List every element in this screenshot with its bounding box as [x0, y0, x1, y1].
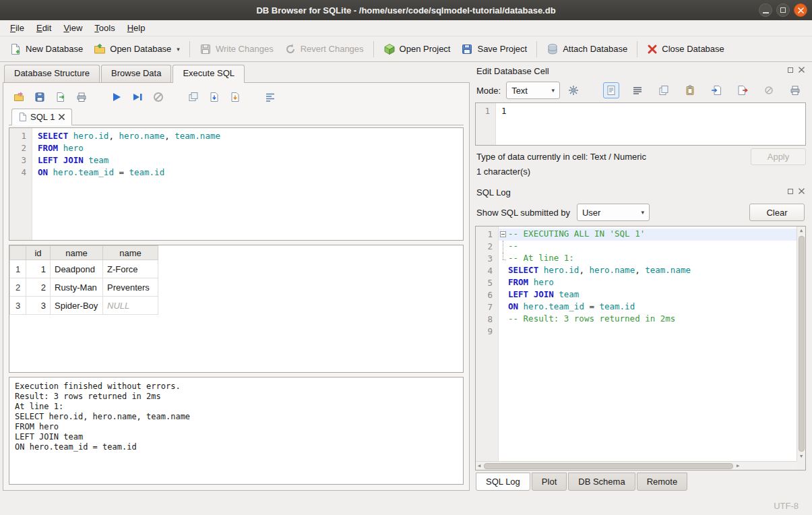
table-cell[interactable]: Preventers — [103, 278, 158, 297]
vertical-scrollbar[interactable]: ▲ ▼ — [797, 226, 805, 461]
tab-execute-sql[interactable]: Execute SQL — [173, 65, 245, 83]
window-title: DB Browser for SQLite - /home/user/code/… — [0, 5, 812, 16]
tab-sql-1[interactable]: SQL 1 — [11, 109, 72, 125]
copy-icon[interactable] — [656, 82, 672, 98]
gear-icon[interactable] — [565, 82, 582, 98]
chevron-down-icon[interactable]: ▾ — [177, 46, 180, 53]
tab-database-structure[interactable]: Database Structure — [4, 65, 100, 82]
sql-log-line-numbers: 123456789 — [476, 226, 499, 470]
workspace: Database StructureBrowse DataExecute SQL… — [0, 62, 812, 496]
statusbar: UTF-8 — [0, 496, 812, 515]
tab-browse-data[interactable]: Browse Data — [101, 65, 171, 82]
close-tab-icon[interactable] — [59, 114, 65, 120]
execute-all-icon[interactable] — [111, 91, 123, 103]
table-cell[interactable]: 1 — [26, 260, 51, 278]
menu-edit[interactable]: Edit — [30, 21, 57, 35]
scroll-up-icon[interactable]: ▲ — [799, 227, 804, 235]
tab-plot[interactable]: Plot — [532, 473, 567, 491]
column-header-name[interactable]: name — [103, 246, 158, 260]
text-view-icon[interactable] — [603, 82, 619, 98]
save-results-icon[interactable] — [208, 91, 220, 103]
close-database-button[interactable]: Close Database — [642, 40, 730, 58]
paste-icon[interactable] — [682, 82, 698, 98]
sql-log-line: -- — [499, 241, 797, 253]
save-view-icon[interactable] — [229, 91, 241, 103]
scroll-right-icon[interactable]: ▶ — [735, 462, 741, 470]
new-tab-icon[interactable] — [187, 91, 199, 103]
cell-editor[interactable]: 1 1 — [475, 102, 806, 146]
execute-sql-panel: SQL 1 1234 SELECT hero.id, hero.name, te… — [3, 82, 470, 491]
table-cell[interactable]: NULL — [103, 297, 158, 315]
binary-view-icon[interactable] — [629, 82, 646, 98]
sql-editor[interactable]: 1234 SELECT hero.id, hero.name, team.nam… — [9, 127, 464, 241]
mode-combobox[interactable]: Text ▾ — [506, 82, 560, 99]
line-number: 7 — [476, 301, 493, 313]
export-cell-icon[interactable] — [735, 82, 751, 98]
line-number: 6 — [476, 289, 493, 301]
attach-database-button[interactable]: Attach Database — [541, 40, 633, 59]
maximize-icon[interactable] — [776, 3, 790, 17]
sql-log-title: SQL Log — [476, 187, 511, 198]
print-cell-icon[interactable] — [787, 82, 803, 98]
submitter-combobox[interactable]: User ▾ — [577, 204, 650, 221]
horizontal-scrollbar-thumb[interactable] — [484, 463, 733, 469]
stop-icon[interactable] — [152, 91, 164, 103]
fold-column — [499, 301, 508, 313]
float-panel-icon[interactable] — [788, 189, 793, 194]
save-sql-icon[interactable] — [34, 91, 46, 103]
print-icon[interactable] — [75, 91, 88, 103]
toolbar-button-label: Revert Changes — [301, 44, 364, 54]
vertical-scrollbar-thumb[interactable] — [799, 236, 805, 452]
import-cell-icon[interactable] — [708, 82, 724, 98]
close-panel-icon[interactable] — [799, 67, 805, 73]
close-window-icon[interactable] — [794, 3, 807, 17]
table-cell[interactable]: 3 — [26, 297, 51, 315]
horizontal-scrollbar[interactable]: ◀ ▶ — [476, 461, 797, 470]
new-database-icon — [9, 43, 22, 55]
close-database-icon — [647, 44, 658, 55]
row-header[interactable]: 2 — [10, 278, 26, 297]
table-cell[interactable]: 2 — [26, 278, 51, 297]
minimize-icon[interactable] — [759, 3, 772, 17]
tab-remote[interactable]: Remote — [637, 473, 688, 491]
minus-box-icon[interactable] — [500, 231, 506, 237]
column-header-name[interactable]: name — [51, 246, 103, 260]
log-text: SELECT hero.id, hero.name, team.name — [508, 265, 691, 277]
format-icon[interactable] — [264, 91, 276, 103]
table-cell[interactable]: Deadpond — [51, 260, 103, 278]
open-database-button[interactable]: Open Database▾ — [88, 40, 185, 59]
scroll-down-icon[interactable]: ▼ — [799, 453, 804, 460]
open-project-button[interactable]: Open Project — [378, 40, 456, 59]
execute-line-icon[interactable] — [131, 91, 144, 103]
export-sql-icon[interactable] — [55, 91, 67, 103]
open-project-icon — [383, 43, 396, 55]
cell-editor-value[interactable]: 1 — [496, 103, 805, 145]
row-header[interactable]: 1 — [10, 260, 26, 278]
fold-column — [499, 277, 508, 289]
row-header[interactable]: 3 — [10, 297, 26, 315]
save-project-button[interactable]: Save Project — [456, 40, 532, 59]
new-database-button[interactable]: New Database — [4, 40, 88, 59]
open-sql-icon[interactable] — [13, 91, 25, 103]
scroll-left-icon[interactable]: ◀ — [476, 462, 482, 470]
null-cell-icon[interactable] — [761, 82, 777, 98]
menu-file[interactable]: File — [4, 21, 30, 35]
menu-view[interactable]: View — [57, 21, 88, 35]
clear-button[interactable]: Clear — [749, 204, 805, 221]
sql-log-line: FROM hero — [499, 277, 797, 289]
table-cell[interactable]: Rusty-Man — [51, 278, 103, 297]
menu-help[interactable]: Help — [121, 21, 152, 35]
fold-collapse-icon[interactable] — [499, 229, 508, 241]
menu-tools[interactable]: Tools — [88, 21, 121, 35]
column-header-id[interactable]: id — [26, 246, 51, 260]
float-panel-icon[interactable] — [788, 67, 793, 73]
tab-db-schema[interactable]: DB Schema — [568, 473, 635, 491]
grid-corner[interactable] — [10, 246, 26, 260]
close-panel-icon[interactable] — [799, 188, 805, 194]
sql-editor-code[interactable]: SELECT hero.id, hero.name, team.nameFROM… — [32, 128, 463, 240]
tab-sql-log[interactable]: SQL Log — [476, 473, 530, 491]
window-controls — [759, 3, 807, 17]
table-cell[interactable]: Spider-Boy — [51, 297, 103, 315]
fold-column — [499, 265, 508, 277]
table-cell[interactable]: Z-Force — [103, 260, 158, 278]
